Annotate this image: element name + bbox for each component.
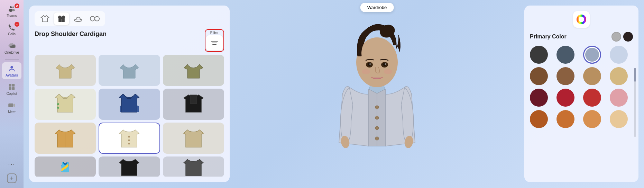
color-swatch[interactable] xyxy=(583,110,601,128)
clothing-item-selected[interactable] xyxy=(99,123,160,154)
cloth-icon xyxy=(117,156,141,177)
color-swatch[interactable] xyxy=(556,89,574,107)
color-swatch[interactable] xyxy=(583,89,601,107)
color-preview-dark[interactable] xyxy=(623,32,633,42)
svg-rect-16 xyxy=(190,95,197,104)
color-wheel-container xyxy=(530,11,633,28)
teams-badge: 2 xyxy=(15,3,19,8)
sidebar-item-copilot-label: Copilot xyxy=(6,92,17,96)
onedrive-icon xyxy=(8,42,16,50)
scrollbar-track xyxy=(634,68,636,137)
svg-point-11 xyxy=(74,19,82,21)
sidebar-item-copilot[interactable]: Copilot xyxy=(2,81,21,98)
tab-jacket[interactable] xyxy=(54,12,69,25)
svg-rect-7 xyxy=(9,87,11,90)
sidebar-item-calls-label: Calls xyxy=(8,32,16,36)
tab-hat[interactable] xyxy=(71,12,86,25)
cloth-icon xyxy=(117,92,141,116)
color-swatch[interactable] xyxy=(530,89,548,107)
svg-point-36 xyxy=(384,69,392,74)
cloth-icon xyxy=(53,126,77,150)
svg-rect-9 xyxy=(8,104,13,107)
sidebar-item-avatars[interactable]: Avatars xyxy=(2,62,21,79)
color-swatch[interactable] xyxy=(583,67,601,85)
color-swatch[interactable] xyxy=(610,46,628,64)
sidebar-item-onedrive[interactable]: OneDrive xyxy=(2,39,21,56)
clothing-item[interactable] xyxy=(35,123,96,154)
filter-button-wrapper: Filter xyxy=(205,29,224,52)
filter-section: Drop Shoulder Cardigan Filter xyxy=(35,29,224,52)
svg-point-34 xyxy=(385,63,386,65)
svg-point-15 xyxy=(57,107,59,109)
sidebar-item-teams[interactable]: 2 Teams xyxy=(2,3,21,20)
sidebar-more[interactable]: ··· xyxy=(2,159,21,170)
color-swatch[interactable] xyxy=(610,89,628,107)
clothing-item[interactable] xyxy=(163,123,224,154)
cloth-icon xyxy=(117,58,141,82)
color-swatch-selected[interactable] xyxy=(583,46,601,64)
clothing-item[interactable] xyxy=(99,55,160,86)
clothing-item[interactable] xyxy=(163,156,224,177)
primary-color-label: Primary Color xyxy=(530,34,567,40)
tab-glasses[interactable] xyxy=(87,12,102,25)
svg-point-14 xyxy=(57,103,59,105)
svg-point-23 xyxy=(375,137,379,140)
svg-point-22 xyxy=(375,126,379,130)
svg-point-4 xyxy=(10,66,13,69)
filter-label-text: Filter xyxy=(206,30,223,35)
color-preview-light[interactable] xyxy=(611,32,621,42)
avatars-icon xyxy=(8,64,16,73)
cloth-icon xyxy=(53,58,77,82)
svg-rect-6 xyxy=(12,84,15,87)
sidebar-divider xyxy=(5,59,19,60)
svg-point-12 xyxy=(90,16,95,21)
tab-shirt[interactable] xyxy=(37,12,53,25)
clothing-item[interactable] xyxy=(35,89,96,120)
svg-marker-10 xyxy=(13,104,15,107)
color-swatch[interactable] xyxy=(610,110,628,128)
color-swatch[interactable] xyxy=(610,67,628,85)
clothing-item[interactable] xyxy=(35,55,96,86)
sidebar-bottom: ··· + xyxy=(2,159,21,185)
svg-point-20 xyxy=(375,106,379,109)
svg-point-33 xyxy=(369,63,371,65)
cloth-icon xyxy=(117,126,141,150)
copilot-icon xyxy=(8,83,16,91)
scrollbar-thumb[interactable] xyxy=(634,68,636,82)
clothing-item[interactable] xyxy=(99,156,160,177)
sidebar: 2 Teams ● Calls OneDrive xyxy=(0,0,24,188)
sidebar-item-calls[interactable]: ● Calls xyxy=(2,21,21,38)
color-swatch[interactable] xyxy=(556,46,574,64)
sidebar-item-meet[interactable]: Meet xyxy=(2,99,21,116)
sidebar-item-onedrive-label: OneDrive xyxy=(4,51,19,54)
color-swatch[interactable] xyxy=(530,110,548,128)
add-icon: + xyxy=(7,173,17,183)
svg-point-17 xyxy=(128,136,130,137)
svg-point-13 xyxy=(95,16,99,21)
filter-button[interactable] xyxy=(206,35,223,51)
color-swatch[interactable] xyxy=(556,110,574,128)
more-dots-icon: ··· xyxy=(8,161,15,168)
svg-point-35 xyxy=(362,69,370,74)
main-area: Drop Shoulder Cardigan Filter xyxy=(24,0,644,188)
color-panel: Primary Color xyxy=(524,6,638,182)
color-swatch[interactable] xyxy=(556,67,574,85)
sidebar-item-meet-label: Meet xyxy=(8,110,16,114)
primary-color-header: Primary Color xyxy=(530,32,633,42)
svg-point-18 xyxy=(128,139,130,141)
clothing-item[interactable] xyxy=(99,89,160,120)
svg-point-19 xyxy=(128,143,130,144)
svg-point-1 xyxy=(12,7,14,8)
filter-lines-icon xyxy=(211,41,218,45)
sidebar-add[interactable]: + xyxy=(2,171,21,185)
svg-rect-5 xyxy=(9,84,11,87)
svg-point-3 xyxy=(12,9,15,11)
color-wheel-button[interactable] xyxy=(573,11,590,28)
clothing-item[interactable] xyxy=(163,89,224,120)
color-swatch[interactable] xyxy=(530,67,548,85)
clothing-item[interactable] xyxy=(163,55,224,86)
cloth-icon xyxy=(181,58,205,82)
clothing-item[interactable]: 🎽 xyxy=(35,156,96,177)
color-swatch[interactable] xyxy=(530,46,548,64)
meet-icon xyxy=(8,101,16,109)
